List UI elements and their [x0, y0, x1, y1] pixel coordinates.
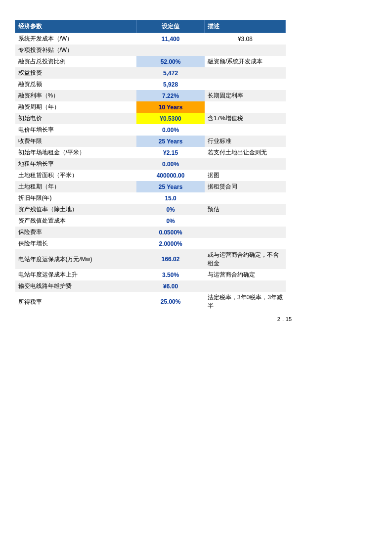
value-cell[interactable]: 2.0000%	[136, 238, 205, 249]
param-cell: 融资总额	[15, 79, 137, 90]
desc-cell: 或与运营商合约确定，不含租金	[205, 249, 286, 269]
param-cell: 融资占总投资比例	[15, 56, 137, 67]
value-cell[interactable]: 5,928	[136, 79, 205, 90]
value-cell[interactable]: 25.00%	[136, 292, 205, 312]
param-cell: 电站年度运保成本上升	[15, 269, 137, 280]
value-cell[interactable]: 25 Years	[136, 136, 205, 147]
param-cell: 收费年限	[15, 136, 137, 147]
desc-cell: 法定税率，3年0税率，3年减半	[205, 292, 286, 312]
value-cell[interactable]: 7.22%	[136, 90, 205, 101]
value-cell[interactable]: 5,472	[136, 67, 205, 79]
desc-cell	[205, 124, 286, 136]
param-cell: 融资周期（年）	[15, 101, 137, 113]
value-cell[interactable]: 3.50%	[136, 269, 205, 280]
desc-cell	[205, 45, 286, 56]
desc-cell	[205, 79, 286, 90]
desc-cell: 与运营商合约确定	[205, 269, 286, 280]
param-cell: 折旧年限(年)	[15, 192, 137, 204]
param-cell: 系统开发成本（/W）	[15, 33, 137, 45]
economic-params-table: 经济参数 设定值 描述 系统开发成本（/W）11,400¥3.08专项投资补贴（…	[15, 20, 292, 312]
param-cell: 保险年增长	[15, 238, 137, 249]
param-cell: 权益投资	[15, 67, 137, 79]
desc-cell: 融资额/系统开发成本	[205, 56, 286, 67]
param-cell: 融资利率（%）	[15, 90, 137, 101]
desc-cell	[286, 33, 292, 45]
value-cell[interactable]: 0%	[136, 204, 205, 215]
desc-cell: 含17%增值税	[205, 113, 286, 124]
param-cell: 资产残值率（除土地）	[15, 204, 137, 215]
value-cell[interactable]: 52.00%	[136, 56, 205, 67]
param-cell: 专项投资补贴（/W）	[15, 45, 137, 56]
param-cell: 地租年增长率	[15, 158, 137, 170]
param-cell: 电站年度运保成本(万元/Mw)	[15, 249, 137, 269]
desc-cell	[205, 67, 286, 79]
value-cell[interactable]: ¥0.5300	[136, 113, 205, 124]
param-cell: 电价年增长率	[15, 124, 137, 136]
desc-cell	[205, 192, 286, 204]
value-cell[interactable]	[136, 45, 205, 56]
value-cell[interactable]: 0.00%	[136, 158, 205, 170]
value-cell[interactable]: 0%	[136, 215, 205, 227]
param-cell: 初始年场地租金（/平米）	[15, 147, 137, 158]
desc-cell: 行业标准	[205, 136, 286, 147]
footer-note: 2．15	[15, 316, 292, 323]
value-cell[interactable]: 15.0	[136, 192, 205, 204]
value2-cell: ¥3.08	[205, 33, 286, 45]
param-cell: 所得税率	[15, 292, 137, 312]
desc-cell	[205, 280, 286, 292]
desc-cell	[205, 158, 286, 170]
param-cell: 土地租赁面积（平米）	[15, 170, 137, 181]
value-cell[interactable]: 400000.00	[136, 170, 205, 181]
header-desc: 描述	[205, 20, 286, 33]
desc-cell: 长期固定利率	[205, 90, 286, 101]
param-cell: 初始电价	[15, 113, 137, 124]
header-param: 经济参数	[15, 20, 137, 33]
value-cell[interactable]: 11,400	[136, 33, 205, 45]
desc-cell: 若支付土地出让金则无	[205, 147, 286, 158]
param-cell: 保险费率	[15, 227, 137, 238]
value-cell[interactable]: 166.02	[136, 249, 205, 269]
value-cell[interactable]: 25 Years	[136, 181, 205, 192]
value-cell[interactable]: 0.0500%	[136, 227, 205, 238]
desc-cell: 据图	[205, 170, 286, 181]
param-cell: 土地租期（年）	[15, 181, 137, 192]
param-cell: 资产残值处置成本	[15, 215, 137, 227]
desc-cell: 据租赁合同	[205, 181, 286, 192]
value-cell[interactable]: 10 Years	[136, 101, 205, 113]
desc-cell: 预估	[205, 204, 286, 215]
desc-cell	[205, 101, 286, 113]
value-cell[interactable]: 0.00%	[136, 124, 205, 136]
value-cell[interactable]: ¥6.00	[136, 280, 205, 292]
header-value: 设定值	[136, 20, 205, 33]
value-cell[interactable]: ¥2.15	[136, 147, 205, 158]
desc-cell	[205, 238, 286, 249]
desc-cell	[205, 227, 286, 238]
param-cell: 输变电线路年维护费	[15, 280, 137, 292]
desc-cell	[205, 215, 286, 227]
